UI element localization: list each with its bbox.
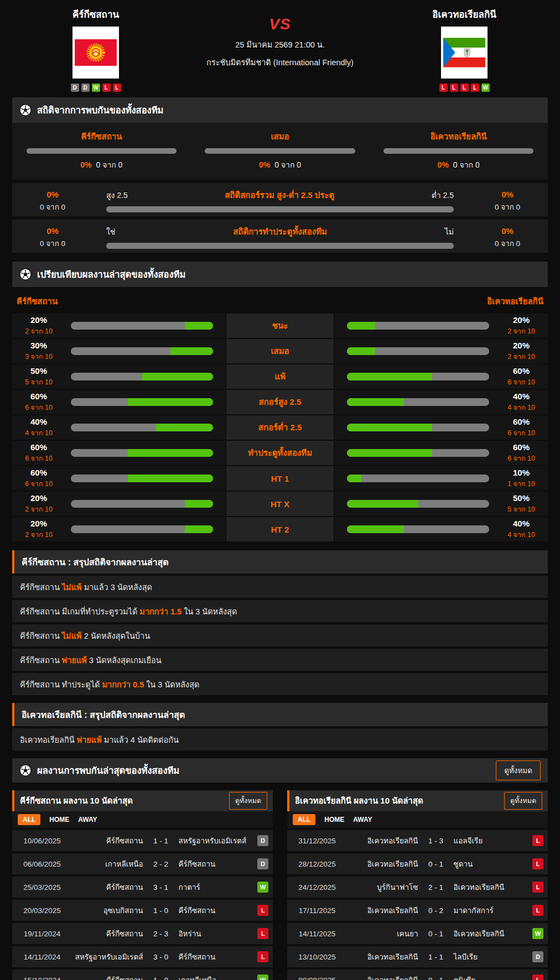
away-stat-cell: 60%6 จาก 10: [335, 441, 548, 465]
result-badge-cell: D: [532, 951, 543, 962]
match-row[interactable]: 20/03/2025อุซเบกิสถาน1 - 0คีร์กีซสถานL: [12, 900, 273, 921]
home-stat-cell: 20%2 จาก 10: [12, 492, 225, 516]
h2h-pct: 0%: [259, 160, 270, 169]
h2h-col-label: คีร์กีซสถาน: [81, 130, 122, 143]
home-team-name: คีร์กีซสถาน: [72, 7, 119, 22]
sample-count: 1 จาก 10: [504, 478, 539, 489]
away-recent-panel: อิเควทอเรียลกินี ผลงาน 10 นัดล่าสุด ดูทั…: [287, 790, 548, 980]
result-badge: W: [257, 882, 268, 893]
summary-item: คีร์กีซสถาน ทำประตูได้ มากกว่า 0.5 ใน 3 …: [12, 673, 548, 695]
home-team: คีร์กีซสถาน: [68, 974, 147, 980]
percentage-value: 20%: [504, 341, 539, 350]
tab-away[interactable]: AWAY: [353, 816, 372, 823]
stat-title: สถิติสกอร์รวม สูง-ต่ำ 2.5 ประตู: [225, 189, 334, 202]
sample-count: 2 จาก 10: [21, 326, 56, 337]
home-team-block: คีร์กีซสถาน DDWLL: [32, 7, 159, 94]
match-header: คีร์กีซสถาน DDWLL VS 25 มีนาคม 2569 21:0…: [0, 0, 560, 94]
match-row[interactable]: 17/11/2025อิเควทอเรียลกินี0 - 2มาดากัสกา…: [287, 900, 548, 921]
match-row[interactable]: 08/09/2025อิเควทอเรียลกินี0 - 1ตูนิเซียL: [287, 969, 548, 980]
percentage-block: 30%3 จาก 10: [21, 341, 56, 362]
result-badge: W: [257, 974, 268, 980]
comparison-row: 40%4 จาก 10สกอร์ต่ำ 2.560%6 จาก 10: [12, 415, 548, 440]
sample-count: 2 จาก 10: [21, 504, 56, 515]
tab-home[interactable]: HOME: [49, 816, 69, 823]
away-team: ซูดาน: [450, 858, 530, 870]
home-team-flag: [72, 27, 119, 79]
match-row[interactable]: 25/03/2025คีร์กีซสถาน3 - 1กาตาร์W: [12, 877, 273, 898]
comparison-row: 60%6 จาก 10สกอร์สูง 2.540%4 จาก 10: [12, 390, 548, 414]
match-date: 20/03/2025: [17, 906, 68, 915]
match-row[interactable]: 31/12/2025อิเควทอเรียลกินี1 - 3แอลจีเรีย…: [287, 830, 548, 851]
home-summary-header: คีร์กีซสถาน : สรุปสถิติจากผลงานล่าสุด: [12, 550, 548, 574]
stat-bar-fill: [347, 525, 404, 533]
away-team: คีร์กีซสถาน: [175, 858, 255, 870]
tab-all[interactable]: ALL: [293, 814, 315, 825]
comparison-label: HT X: [226, 492, 334, 516]
stat-bar-fill: [185, 525, 213, 533]
match-row[interactable]: 14/11/2024สหรัฐอาหรับเอมิเรตส์3 - 0คีร์ก…: [12, 946, 273, 967]
soccer-ball-icon: [19, 104, 32, 116]
result-badge: L: [532, 905, 543, 916]
comparison-section-header: เปรียบเทียบผลงานล่าสุดของทั้งสองทีม: [12, 262, 548, 287]
h2h-col-label: อิเควทอเรียลกินี: [431, 130, 487, 143]
result-badge: L: [532, 858, 543, 869]
view-all-button[interactable]: ดูทั้งหมด: [504, 792, 542, 810]
home-stat-cell: 40%4 จาก 10: [12, 415, 225, 440]
match-row[interactable]: 14/11/2025เคนยา0 - 1อิเควทอเรียลกินีW: [287, 923, 548, 944]
comparison-label: สกอร์ต่ำ 2.5: [226, 415, 334, 440]
percentage-block: 50%5 จาก 10: [21, 366, 56, 388]
recent-meetings-section-header: ผลงานการพบกันล่าสุดของทั้งสองทีม ดูทั้งห…: [12, 758, 548, 783]
result-badge-cell: L: [257, 951, 268, 962]
tab-all[interactable]: ALL: [18, 814, 40, 825]
h2h-stats-section-header: สถิติจากการพบกันของทั้งสองทีม: [12, 97, 548, 123]
recent-form-panels: คีร์กีซสถาน ผลงาน 10 นัดล่าสุด ดูทั้งหมด…: [12, 790, 548, 980]
result-badge: L: [532, 974, 543, 980]
match-row[interactable]: 28/12/2025อิเควทอเรียลกินี0 - 1ซูดานL: [287, 853, 548, 874]
stat-bar-fill: [347, 398, 404, 406]
percentage-value: 60%: [21, 392, 56, 401]
summary-highlight: มากกว่า 0.5: [102, 678, 144, 691]
summary-highlight: มากกว่า 1.5: [139, 605, 182, 618]
summary-highlight: พ่ายแพ้: [62, 654, 87, 666]
soccer-ball-icon: [19, 764, 32, 776]
stat-bar-fill: [156, 424, 213, 431]
percentage-value: 60%: [504, 442, 539, 452]
result-badge: D: [532, 951, 543, 962]
stat-bar: [71, 500, 213, 508]
h2h-col-label: เสมอ: [271, 130, 289, 143]
view-all-button[interactable]: ดูทั้งหมด: [229, 792, 267, 810]
percentage-block: 20%2 จาก 10: [504, 341, 539, 362]
match-row[interactable]: 10/06/2025คีร์กีซสถาน1 - 1สหรัฐอาหรับเอม…: [12, 830, 273, 851]
stat-bar-fill: [347, 500, 418, 508]
match-row[interactable]: 19/11/2024คีร์กีซสถาน2 - 3อิหร่านL: [12, 923, 273, 944]
away-stat-cell: 20%2 จาก 10: [335, 339, 548, 363]
percentage-value: 60%: [504, 366, 539, 376]
home-stat-cell: 60%6 จาก 10: [12, 390, 225, 414]
home-team: อุซเบกิสถาน: [68, 904, 147, 916]
panel-title: คีร์กีซสถาน ผลงาน 10 นัดล่าสุด: [20, 794, 133, 807]
panel-title: อิเควทอเรียลกินี ผลงาน 10 นัดล่าสุด: [295, 794, 423, 807]
view-all-button[interactable]: ดูทั้งหมด: [496, 760, 541, 780]
percentage-block: 40%4 จาก 10: [504, 519, 539, 540]
stat-bar-fill: [347, 322, 375, 330]
h2h-col-home: คีร์กีซสถาน 0% 0 จาก 0: [12, 130, 191, 171]
summary-text: 2 นัดหลังสุดในบ้าน: [82, 629, 151, 642]
match-row[interactable]: 24/12/2025บูร์กินาฟาโซ2 - 1อิเควทอเรียลก…: [287, 877, 548, 898]
away-stat-cell: 50%5 จาก 10: [335, 492, 548, 516]
result-badge: L: [257, 951, 268, 962]
match-row[interactable]: 13/10/2025อิเควทอเรียลกินี1 - 1ไลบีเรียD: [287, 946, 548, 967]
tab-home[interactable]: HOME: [324, 816, 344, 823]
stat-bar: [71, 475, 213, 482]
tab-away[interactable]: AWAY: [78, 816, 97, 823]
left-pct: 0%: [28, 226, 77, 236]
match-score: 2 - 2: [147, 860, 175, 868]
sample-count: 2 จาก 10: [21, 529, 56, 540]
match-row[interactable]: 06/06/2025เกาหลีเหนือ2 - 2คีร์กีซสถานD: [12, 853, 273, 874]
comparison-row: 20%2 จาก 10ชนะ20%2 จาก 10: [12, 314, 548, 338]
match-row[interactable]: 15/10/2024คีร์กีซสถาน1 - 0เกาหลีเหนือW: [12, 969, 273, 980]
home-team: อิเควทอเรียลกินี: [343, 835, 422, 847]
percentage-block: 60%6 จาก 10: [21, 442, 56, 464]
sample-count: 5 จาก 10: [21, 377, 56, 388]
summary-item: คีร์กีซสถาน ไม่แพ้ 2 นัดหลังสุดในบ้าน: [12, 624, 548, 647]
stat-bar: [71, 373, 213, 380]
